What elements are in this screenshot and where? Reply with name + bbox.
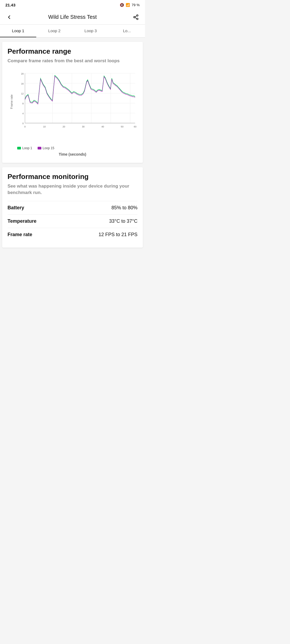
- performance-chart: Frame rate 0 4 8: [8, 69, 137, 145]
- temperature-value: 33°C to 37°C: [109, 218, 137, 224]
- performance-monitoring-title: Performance monitoring: [8, 173, 137, 181]
- x-axis-label: Time (seconds): [8, 152, 137, 156]
- framerate-row: Frame rate 12 FPS to 21 FPS: [8, 228, 137, 241]
- battery-level: 79 %: [132, 3, 140, 7]
- legend-dot-loop15: [38, 147, 41, 149]
- performance-range-title: Performance range: [8, 47, 137, 56]
- battery-value: 85% to 80%: [111, 205, 137, 211]
- status-icons: 🔇 📶 79 %: [120, 3, 140, 7]
- temperature-row: Temperature 33°C to 37°C: [8, 214, 137, 228]
- svg-text:10: 10: [43, 125, 46, 128]
- svg-text:50: 50: [121, 125, 124, 128]
- battery-row: Battery 85% to 80%: [8, 201, 137, 214]
- performance-range-subtitle: Compare frame rates from the best and wo…: [8, 58, 137, 64]
- svg-text:40: 40: [102, 125, 104, 128]
- tabs-strip: Loop 1 Loop 2 Loop 3 Lo...: [0, 25, 145, 38]
- legend-label-loop15: Loop 15: [43, 146, 54, 150]
- svg-text:4: 4: [22, 112, 24, 115]
- svg-text:60: 60: [134, 125, 136, 128]
- share-button[interactable]: [131, 12, 141, 22]
- tab-loop1[interactable]: Loop 1: [0, 25, 36, 37]
- battery-label: Battery: [8, 205, 45, 211]
- svg-text:16: 16: [21, 82, 24, 85]
- svg-text:20: 20: [21, 72, 24, 75]
- chart-svg: 0 4 8 12 16 20 0 10 20 30 40 50 60: [17, 69, 136, 134]
- svg-text:0: 0: [22, 122, 24, 125]
- performance-table: Battery 85% to 80% Temperature 33°C to 3…: [8, 201, 137, 241]
- framerate-label: Frame rate: [8, 232, 45, 237]
- tab-loop2[interactable]: Loop 2: [36, 25, 73, 37]
- tab-loop3[interactable]: Loop 3: [73, 25, 109, 37]
- svg-text:30: 30: [82, 125, 85, 128]
- chart-legend: Loop 1 Loop 15: [8, 146, 137, 150]
- mute-icon: 🔇: [120, 3, 124, 7]
- temperature-label: Temperature: [8, 218, 45, 224]
- legend-loop1: Loop 1: [17, 146, 32, 150]
- status-bar: 21.43 🔇 📶 79 %: [0, 0, 145, 10]
- tab-loop4[interactable]: Lo...: [109, 25, 145, 37]
- status-time: 21.43: [5, 3, 16, 7]
- app-bar-title: Wild Life Stress Test: [14, 14, 131, 20]
- wifi-icon: 📶: [126, 3, 130, 7]
- back-button[interactable]: [4, 12, 14, 22]
- svg-text:12: 12: [21, 92, 24, 95]
- y-axis-label: Frame rate: [10, 94, 13, 109]
- performance-range-card: Performance range Compare frame rates fr…: [2, 42, 143, 163]
- svg-text:0: 0: [24, 125, 26, 128]
- framerate-value: 12 FPS to 21 FPS: [99, 232, 137, 237]
- chart-inner: 0 4 8 12 16 20 0 10 20 30 40 50 60: [17, 69, 136, 134]
- svg-line-3: [135, 17, 137, 19]
- performance-monitoring-card: Performance monitoring See what was happ…: [2, 167, 143, 248]
- legend-dot-loop1: [17, 147, 21, 149]
- legend-label-loop1: Loop 1: [22, 146, 32, 150]
- legend-loop15: Loop 15: [38, 146, 54, 150]
- svg-text:8: 8: [22, 102, 24, 105]
- svg-text:20: 20: [63, 125, 65, 128]
- performance-monitoring-subtitle: See what was happening inside your devic…: [8, 183, 137, 196]
- app-bar: Wild Life Stress Test: [0, 10, 145, 25]
- svg-line-4: [135, 16, 137, 17]
